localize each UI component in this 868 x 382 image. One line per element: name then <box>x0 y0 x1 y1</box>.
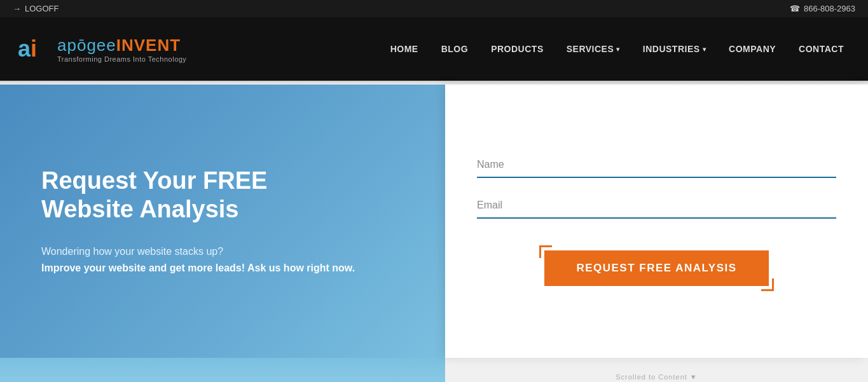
hero-left: Request Your FREE Website Analysis Wonde… <box>0 85 445 358</box>
logo-tagline: Transforming Dreams Into Technology <box>57 55 186 63</box>
hero-title: Request Your FREE Website Analysis <box>41 167 413 224</box>
hero-bottom-left <box>0 358 445 382</box>
nav-blog[interactable]: BLOG <box>430 38 479 60</box>
top-bar: → LOGOFF ☎ 866-808-2963 <box>0 0 868 17</box>
name-field-wrapper <box>477 156 836 178</box>
nav-services[interactable]: SERVICES ▾ <box>555 38 631 60</box>
logoff-icon: → <box>13 4 21 13</box>
logoff-area[interactable]: → LOGOFF <box>13 4 59 13</box>
svg-text:i: i <box>31 36 37 62</box>
hero-title-line2: Website Analysis <box>41 196 238 222</box>
hero-form-panel: REQUEST FREE ANALYSIS <box>445 85 868 358</box>
nav-links: HOME BLOG PRODUCTS SERVICES ▾ INDUSTRIES… <box>379 38 855 60</box>
nav-contact[interactable]: CONTACT <box>787 38 855 60</box>
email-input[interactable] <box>477 197 836 214</box>
hero-bottom-strip: Scrolled to Content ▼ <box>0 358 868 382</box>
svg-text:a: a <box>18 36 31 62</box>
btn-corner-tl <box>539 245 552 258</box>
cta-button-wrapper: REQUEST FREE ANALYSIS <box>544 250 768 286</box>
hero-body-bold: Improve your website and get more leads!… <box>41 263 355 273</box>
phone-icon: ☎ <box>790 4 800 13</box>
request-analysis-button[interactable]: REQUEST FREE ANALYSIS <box>544 250 768 286</box>
phone-area: ☎ 866-808-2963 <box>790 4 855 13</box>
email-field-wrapper <box>477 197 836 219</box>
phone-number: 866-808-2963 <box>804 4 855 13</box>
hero-body: Wondering how your website stacks up? Im… <box>41 243 413 276</box>
logo-text: apōgeeINVENT Transforming Dreams Into Te… <box>57 36 186 63</box>
services-chevron: ▾ <box>616 46 620 53</box>
hero-section: Request Your FREE Website Analysis Wonde… <box>0 85 868 358</box>
logoff-label[interactable]: LOGOFF <box>25 4 59 13</box>
hero-body-intro: Wondering how your website stacks up? <box>41 246 223 257</box>
nav-home[interactable]: HOME <box>379 38 430 60</box>
name-input[interactable] <box>477 156 836 173</box>
logo-icon: a i <box>13 30 51 68</box>
hero-bottom-right: Scrolled to Content ▼ <box>445 358 868 382</box>
nav-company[interactable]: COMPANY <box>717 38 787 60</box>
logo-brand: apōgeeINVENT <box>57 36 186 55</box>
scroll-label: Scrolled to Content ▼ <box>616 373 698 381</box>
hero-title-line1: Request Your FREE <box>41 167 267 194</box>
nav-products[interactable]: PRODUCTS <box>479 38 555 60</box>
nav-industries[interactable]: INDUSTRIES ▾ <box>631 38 717 60</box>
navbar: a i apōgeeINVENT Transforming Dreams Int… <box>0 17 868 81</box>
btn-corner-br <box>761 278 774 291</box>
logo[interactable]: a i apōgeeINVENT Transforming Dreams Int… <box>13 30 186 68</box>
industries-chevron: ▾ <box>703 46 706 53</box>
